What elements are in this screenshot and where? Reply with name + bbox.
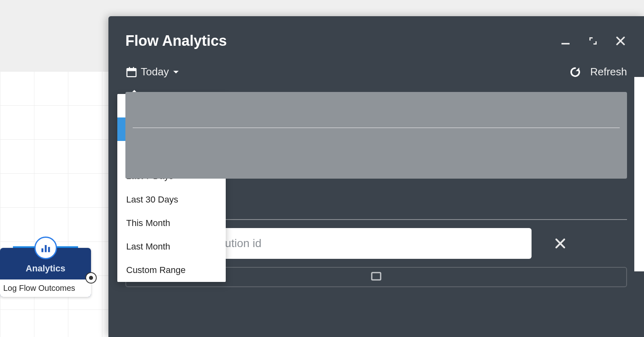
svg-rect-0 bbox=[41, 248, 43, 252]
svg-rect-5 bbox=[127, 68, 136, 71]
date-range-selected-label: Today bbox=[141, 66, 169, 78]
divider bbox=[133, 128, 620, 128]
date-range-option[interactable]: Last Month bbox=[117, 235, 226, 258]
svg-rect-2 bbox=[48, 247, 50, 252]
node-icon-badge bbox=[34, 237, 57, 259]
placeholder-icon bbox=[368, 270, 385, 282]
panel-title: Flow Analytics bbox=[125, 32, 559, 49]
date-range-option[interactable]: Last 30 Days bbox=[117, 188, 226, 211]
refresh-icon bbox=[569, 66, 581, 78]
close-button[interactable] bbox=[614, 34, 627, 47]
clear-filter-button[interactable] bbox=[550, 233, 570, 254]
maximize-icon bbox=[588, 36, 598, 46]
scrollbar[interactable] bbox=[634, 77, 644, 271]
date-range-option[interactable]: Custom Range bbox=[117, 258, 226, 282]
svg-rect-6 bbox=[129, 67, 130, 69]
analytics-summary-block bbox=[125, 92, 627, 179]
maximize-button[interactable] bbox=[587, 34, 600, 47]
refresh-label: Refresh bbox=[590, 66, 627, 78]
svg-rect-1 bbox=[44, 245, 47, 252]
svg-rect-3 bbox=[561, 43, 570, 45]
calendar-icon bbox=[125, 66, 138, 78]
close-icon bbox=[614, 35, 627, 47]
node-output-port[interactable] bbox=[85, 272, 97, 284]
chevron-down-icon bbox=[172, 68, 180, 76]
flow-analytics-panel: Flow Analytics bbox=[108, 16, 644, 337]
refresh-button[interactable]: Refresh bbox=[569, 66, 627, 78]
date-range-option[interactable]: This Month bbox=[117, 211, 226, 235]
flow-node-analytics[interactable]: Analytics Log Flow Outcomes bbox=[0, 248, 91, 297]
close-icon bbox=[553, 237, 567, 250]
minimize-icon bbox=[559, 35, 572, 47]
date-range-picker[interactable]: Today bbox=[125, 66, 180, 78]
svg-rect-8 bbox=[372, 273, 381, 280]
node-subtitle: Log Flow Outcomes bbox=[0, 279, 91, 297]
node-title: Analytics bbox=[4, 263, 87, 274]
svg-rect-7 bbox=[133, 67, 134, 69]
minimize-button[interactable] bbox=[559, 34, 572, 47]
bar-chart-icon bbox=[40, 242, 51, 254]
